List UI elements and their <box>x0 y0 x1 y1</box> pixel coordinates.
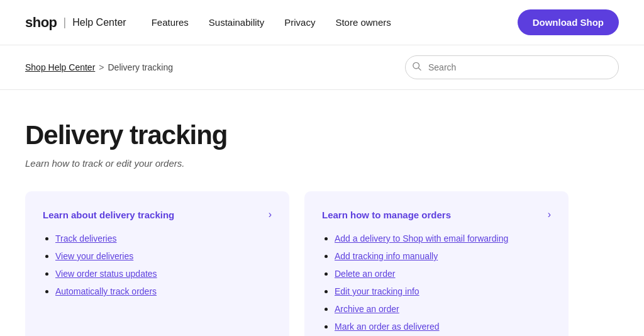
link-add-tracking-manually[interactable]: Add tracking info manually <box>335 251 438 261</box>
card-manage-orders-title: Learn how to manage orders <box>322 210 451 220</box>
list-item: Mark an order as delivered <box>335 321 551 332</box>
breadcrumb: Shop Help Center > Delivery tracking <box>25 62 173 72</box>
page-title: Delivery tracking <box>25 120 619 150</box>
link-view-deliveries[interactable]: View your deliveries <box>55 251 133 261</box>
search-container <box>405 55 619 79</box>
card-delivery-tracking-links: Track deliveries View your deliveries Vi… <box>43 233 272 297</box>
nav-features[interactable]: Features <box>152 17 189 28</box>
card-manage-orders: Learn how to manage orders › Add a deliv… <box>304 191 569 336</box>
nav-store-owners[interactable]: Store owners <box>335 17 391 28</box>
list-item: Track deliveries <box>55 233 272 244</box>
breadcrumb-home[interactable]: Shop Help Center <box>25 62 95 72</box>
breadcrumb-current: Delivery tracking <box>108 62 172 72</box>
page-subtitle: Learn how to track or edit your orders. <box>25 158 619 169</box>
logo: shop <box>25 14 57 31</box>
link-auto-track-orders[interactable]: Automatically track orders <box>55 286 157 296</box>
cards-row: Learn about delivery tracking › Track de… <box>25 191 619 336</box>
card-manage-orders-header: Learn how to manage orders › <box>322 209 551 220</box>
nav-sustainability[interactable]: Sustainability <box>209 17 264 28</box>
list-item: Delete an order <box>335 268 551 279</box>
list-item: View your deliveries <box>55 250 272 262</box>
nav-privacy[interactable]: Privacy <box>284 17 315 28</box>
svg-line-1 <box>418 68 421 70</box>
breadcrumb-separator: > <box>99 62 104 72</box>
list-item: View order status updates <box>55 268 272 279</box>
card-delivery-tracking-arrow[interactable]: › <box>269 209 272 220</box>
header: shop | Help Center Features Sustainabili… <box>0 0 644 45</box>
link-add-delivery-email[interactable]: Add a delivery to Shop with email forwar… <box>335 233 508 244</box>
link-track-deliveries[interactable]: Track deliveries <box>55 233 117 244</box>
list-item: Archive an order <box>335 303 551 315</box>
card-delivery-tracking: Learn about delivery tracking › Track de… <box>25 191 289 336</box>
header-right: Download Shop <box>518 9 619 35</box>
list-item: Automatically track orders <box>55 286 272 297</box>
list-item: Add a delivery to Shop with email forwar… <box>335 233 551 244</box>
search-icon <box>413 62 421 73</box>
card-manage-orders-links: Add a delivery to Shop with email forwar… <box>322 233 551 332</box>
link-mark-delivered[interactable]: Mark an order as delivered <box>335 322 440 332</box>
logo-divider: | <box>64 16 67 29</box>
card-delivery-tracking-header: Learn about delivery tracking › <box>43 209 272 220</box>
card-delivery-tracking-title: Learn about delivery tracking <box>43 210 174 220</box>
link-delete-order[interactable]: Delete an order <box>335 269 396 279</box>
list-item: Add tracking info manually <box>335 250 551 262</box>
header-left: shop | Help Center Features Sustainabili… <box>25 14 391 31</box>
link-view-order-status[interactable]: View order status updates <box>55 269 157 279</box>
download-shop-button[interactable]: Download Shop <box>518 9 619 35</box>
sub-header: Shop Help Center > Delivery tracking <box>0 45 644 90</box>
main-content: Delivery tracking Learn how to track or … <box>0 90 644 336</box>
link-edit-tracking[interactable]: Edit your tracking info <box>335 286 419 296</box>
link-archive-order[interactable]: Archive an order <box>335 304 399 314</box>
list-item: Edit your tracking info <box>335 286 551 297</box>
main-nav: Features Sustainability Privacy Store ow… <box>152 17 391 28</box>
card-manage-orders-arrow[interactable]: › <box>548 209 551 220</box>
search-input[interactable] <box>405 55 619 79</box>
help-center-label: Help Center <box>72 17 126 28</box>
